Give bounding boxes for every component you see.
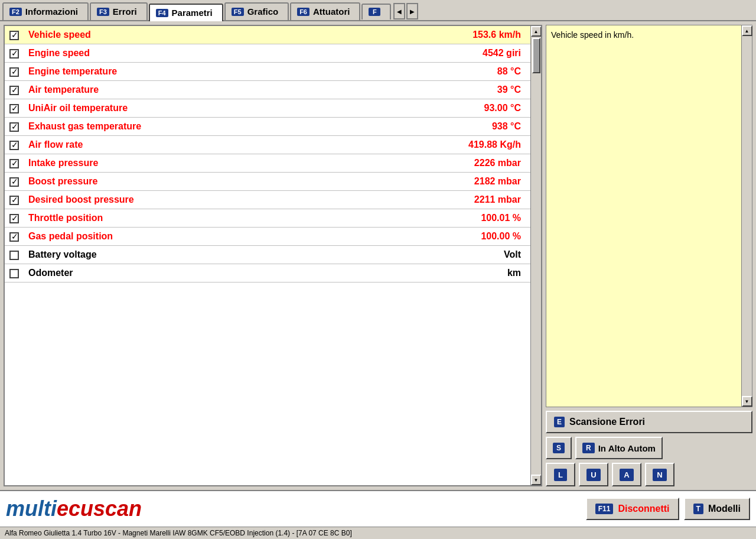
luan-row: L U A N [546, 463, 752, 486]
param-name-11: Gas pedal position [24, 228, 351, 246]
param-name-5: Exhaust gas temperature [24, 118, 351, 136]
tab-errori-label: Errori [113, 7, 137, 17]
param-checkbox-11[interactable] [9, 232, 19, 242]
tab-attuatori[interactable]: F6 Attuatori [290, 2, 360, 20]
modelli-label: Modelli [708, 504, 741, 514]
param-checkbox-7[interactable] [9, 159, 19, 168]
tab-errori[interactable]: F3 Errori [90, 2, 148, 20]
tab-parametri[interactable]: F4 Parametri [149, 4, 223, 21]
parameter-table-panel: Vehicle speed153.6 km/hEngine speed4542 … [4, 25, 542, 486]
param-value-6: 419.88 Kg/h [351, 136, 530, 154]
r-key-label: R [582, 443, 595, 453]
param-name-3: Air temperature [24, 81, 351, 99]
param-checkbox-4[interactable] [9, 104, 19, 113]
f5-key: F5 [232, 8, 244, 16]
bottom-right-buttons: F11 Disconnetti T Modelli [586, 498, 750, 520]
param-value-12: Volt [351, 246, 530, 264]
param-name-9: Desired boost pressure [24, 191, 351, 209]
param-name-4: UniAir oil temperature [24, 99, 351, 118]
f3-key: F3 [97, 8, 109, 16]
scrollbar-track: ▲ ▼ [530, 26, 541, 485]
param-checkbox-5[interactable] [9, 122, 19, 132]
n-button[interactable]: N [645, 463, 674, 486]
scroll-thumb[interactable] [532, 38, 540, 73]
param-checkbox-8[interactable] [9, 177, 19, 187]
info-scrollbar: ▲ ▼ [741, 25, 752, 407]
param-value-13: km [351, 264, 530, 283]
param-value-9: 2211 mbar [351, 191, 530, 209]
param-name-12: Battery voltage [24, 246, 351, 264]
f7-key: F [369, 8, 380, 16]
scan-errors-label: Scansione Errori [569, 417, 645, 427]
info-box-text: Vehicle speed in km/h. [551, 30, 747, 40]
param-value-0: 153.6 km/h [351, 26, 530, 44]
scroll-down-btn[interactable]: ▼ [531, 475, 542, 485]
tab-informazioni-label: Informazioni [25, 7, 78, 17]
param-checkbox-3[interactable] [9, 86, 19, 95]
param-value-4: 93.00 °C [351, 99, 530, 118]
tab-bar: F2 Informazioni F3 Errori F4 Parametri F… [0, 0, 756, 21]
param-value-5: 938 °C [351, 118, 530, 136]
param-checkbox-9[interactable] [9, 196, 19, 205]
status-text: Alfa Romeo Giulietta 1.4 Turbo 16V - Mag… [5, 529, 352, 537]
s-key-label: S [553, 443, 565, 453]
param-name-2: Engine temperature [24, 63, 351, 81]
info-scroll-up[interactable]: ▲ [742, 25, 752, 36]
s-r-row: S R In Alto Autom [546, 437, 752, 459]
tab-grafico[interactable]: F5 Grafico [224, 2, 289, 20]
tab-prev-arrow[interactable]: ◀ [393, 3, 405, 20]
param-checkbox-10[interactable] [9, 214, 19, 223]
l-button[interactable]: L [546, 463, 575, 486]
param-name-1: Engine speed [24, 44, 351, 63]
tab-informazioni[interactable]: F2 Informazioni [2, 2, 89, 20]
param-value-2: 88 °C [351, 63, 530, 81]
scroll-up-btn[interactable]: ▲ [531, 26, 542, 37]
param-value-8: 2182 mbar [351, 173, 530, 191]
bottom-bar: multiecuscan F11 Disconnetti T Modelli [0, 490, 756, 527]
param-value-10: 100.01 % [351, 209, 530, 228]
tab-f7[interactable]: F [361, 4, 391, 20]
tab-attuatori-label: Attuatori [313, 7, 350, 17]
param-name-10: Throttle position [24, 209, 351, 228]
disconnect-button[interactable]: F11 Disconnetti [586, 498, 679, 520]
disconnect-fkey: F11 [595, 504, 614, 514]
table-wrapper: Vehicle speed153.6 km/hEngine speed4542 … [5, 26, 541, 485]
param-checkbox-12[interactable] [9, 251, 19, 260]
l-key-label: L [554, 469, 567, 481]
n-key-label: N [653, 469, 666, 481]
scan-errors-button[interactable]: E Scansione Errori [546, 411, 752, 433]
param-checkbox-0[interactable] [9, 31, 19, 40]
param-checkbox-6[interactable] [9, 141, 19, 150]
u-button[interactable]: U [579, 463, 608, 486]
param-name-7: Intake pressure [24, 154, 351, 173]
info-scroll-down[interactable]: ▼ [742, 396, 752, 407]
tab-next-arrow[interactable]: ▶ [406, 3, 418, 20]
modelli-button[interactable]: T Modelli [684, 498, 750, 520]
param-checkbox-1[interactable] [9, 49, 19, 59]
scan-errors-fkey: E [554, 417, 565, 427]
a-button[interactable]: A [612, 463, 641, 486]
in-alto-label: In Alto Autom [598, 443, 656, 453]
param-value-7: 2226 mbar [351, 154, 530, 173]
tab-nav-arrows: ◀ ▶ [393, 3, 418, 20]
logo-ecuscan: ecuscan [57, 496, 142, 521]
s-button[interactable]: S [546, 437, 572, 459]
u-key-label: U [586, 469, 600, 481]
status-bar: Alfa Romeo Giulietta 1.4 Turbo 16V - Mag… [0, 527, 756, 539]
param-name-0: Vehicle speed [24, 26, 351, 44]
f2-key: F2 [9, 8, 22, 16]
r-in-alto-button[interactable]: R In Alto Autom [575, 437, 663, 459]
param-checkbox-2[interactable] [9, 67, 19, 77]
f4-key: F4 [156, 9, 168, 17]
main-content: Vehicle speed153.6 km/hEngine speed4542 … [0, 21, 756, 490]
param-value-1: 4542 giri [351, 44, 530, 63]
param-value-11: 100.00 % [351, 228, 530, 246]
param-checkbox-13[interactable] [9, 269, 19, 278]
f6-key: F6 [297, 8, 309, 16]
param-name-6: Air flow rate [24, 136, 351, 154]
table-scroll: Vehicle speed153.6 km/hEngine speed4542 … [5, 26, 530, 485]
logo-multi: multi [6, 496, 57, 521]
right-panel: Vehicle speed in km/h. ▲ ▼ E Scansione E… [546, 25, 752, 486]
param-name-13: Odometer [24, 264, 351, 283]
modelli-tkey: T [693, 504, 703, 514]
